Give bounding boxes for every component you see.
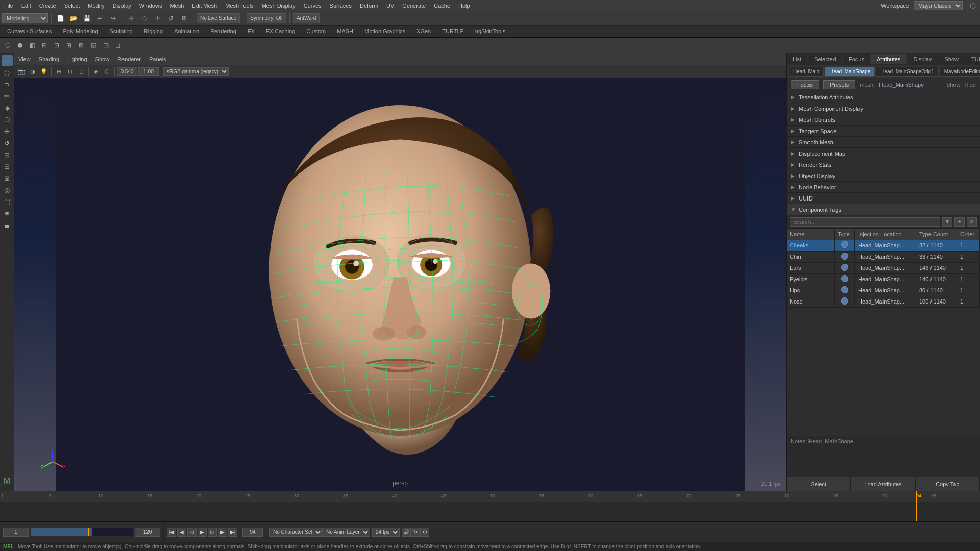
menu-edit-mesh[interactable]: Edit Mesh [192,3,217,9]
tab-selected[interactable]: Selected [808,54,843,64]
vp-menu-lighting[interactable]: Lighting [67,56,87,62]
section-tessellation[interactable]: ▶ Tessellation Attributes [787,92,980,103]
node-tab-maya-editor[interactable]: MayaNodeEditorSav... [940,67,980,77]
poly-btn[interactable]: ⬡ [2,114,13,125]
menu-file[interactable]: File [4,3,13,9]
remove-tag-btn[interactable]: ✕ [967,217,977,227]
table-row[interactable]: Lips Head_MainShap... 80 / 1140 1 [787,285,980,296]
toolbar-icon-9[interactable]: ◲ [100,40,111,51]
menu-display[interactable]: Display [113,3,131,9]
next-frame-btn[interactable]: ▶ [218,528,227,537]
transform-tool-btn[interactable]: ⊟ [2,161,13,172]
range-end-input[interactable] [135,528,160,537]
tab-ngskin[interactable]: ngSkinTools [470,27,510,37]
show-button[interactable]: Show [946,82,961,88]
tab-turtle[interactable]: TURTLE [965,54,980,64]
section-uuid[interactable]: ▶ UUID [787,193,980,204]
vp-grid-btn[interactable]: ⊞ [54,67,64,76]
workspace-select[interactable]: Maya Classic [914,1,963,10]
menu-help[interactable]: Help [458,3,470,9]
live-surface-btn[interactable]: No Live Surface [197,13,240,23]
menu-select[interactable]: Select [64,3,80,9]
far-clip-input[interactable] [138,67,159,76]
play-btn[interactable]: ▶ [198,528,207,537]
vp-wire-btn[interactable]: ⊡ [65,67,75,76]
menu-edit[interactable]: Edit [21,3,31,9]
save-scene-btn[interactable]: 💾 [81,13,92,24]
toolbar-icon-1[interactable]: ⬡ [2,40,13,51]
vp-xray-btn[interactable]: ⬡ [102,67,112,76]
3d-canvas[interactable]: persp 21.1 fps X Z Y [14,78,786,491]
mode-select[interactable]: Modeling [2,13,48,23]
near-clip-input[interactable] [117,67,137,76]
render-btn[interactable]: AntWard [293,13,320,23]
tab-sculpting[interactable]: Sculpting [105,27,138,37]
filter-btn[interactable]: ▼ [942,217,952,227]
toolbar-icon-10[interactable]: ◻ [112,40,124,51]
loop-btn[interactable]: ↻ [411,528,420,537]
section-smooth-mesh[interactable]: ▶ Smooth Mesh [787,137,980,148]
redo-btn[interactable]: ↪ [108,13,119,24]
prev-frame-btn[interactable]: ◀ [177,528,186,537]
symmetry-btn[interactable]: Symmetry: Off [247,13,286,23]
menu-surfaces[interactable]: Surfaces [330,3,352,9]
section-displacement[interactable]: ▶ Displacement Map [787,148,980,159]
tab-animation[interactable]: Animation [169,27,204,37]
section-object-display[interactable]: ▶ Object Display [787,170,980,182]
toolbar-icon-5[interactable]: ⊡ [51,40,62,51]
tab-curves[interactable]: Curves / Surfaces [2,27,57,37]
menu-generate[interactable]: Generate [402,3,426,9]
select-btn[interactable]: ⊹ [126,13,137,24]
scale-tool-btn[interactable]: ⊞ [2,149,13,160]
vp-menu-shading[interactable]: Shading [39,56,59,62]
tab-motion[interactable]: Motion Graphics [359,27,410,37]
tab-turtle[interactable]: TURTLE [437,27,469,37]
tab-attributes[interactable]: Attributes [871,54,907,64]
section-node-behavior[interactable]: ▶ Node Behavior [787,182,980,193]
vp-smooth-btn[interactable]: ◻ [76,67,86,76]
select-button[interactable]: Select [787,477,851,491]
tab-show[interactable]: Show [938,54,965,64]
toolbar-icon-8[interactable]: ◱ [88,40,99,51]
rotate-tool-btn[interactable]: ↺ [2,137,13,148]
anim-range[interactable] [31,528,133,536]
select-tool-btn[interactable]: ⊹ [2,55,13,66]
table-row[interactable]: Eyelids Head_MainShap... 140 / 1140 1 [787,273,980,285]
prev-key-btn[interactable]: ◁ [187,528,197,537]
table-row[interactable]: Nose Head_MainShap... 100 / 1140 1 [787,296,980,307]
focus-button[interactable]: Focus [791,80,819,89]
vp-shader-btn[interactable]: ◑ [28,67,38,76]
vp-menu-renderer[interactable]: Renderer [117,56,141,62]
add-tag-btn[interactable]: + [954,217,965,227]
tab-rendering[interactable]: Rendering [205,27,241,37]
move-tool-btn[interactable]: ✛ [2,126,13,137]
node-tab-head-orig[interactable]: Head_MainShapeOrig1 [876,67,939,77]
color-space-select[interactable]: sRGB gamma (legacy) [163,67,229,76]
toolbar-icon-3[interactable]: ◧ [27,40,38,51]
paint-select-btn[interactable]: ◌ [2,67,13,78]
tab-list[interactable]: List [787,54,808,64]
menu2-btn[interactable]: ≡ [2,208,13,219]
section-mesh-component[interactable]: ▶ Mesh Component Display [787,103,980,114]
comp-tags-search[interactable] [790,217,940,227]
table-row[interactable]: Cheeks Head_MainShap... 32 / 1140 1 [787,240,980,251]
presets-button[interactable]: Presets [823,80,855,89]
vp-menu-show[interactable]: Show [95,56,110,62]
lasso-btn[interactable]: ⊃ [2,79,13,90]
vp-menu-panels[interactable]: Panels [149,56,166,62]
attributes-scroll[interactable]: ▶ Tessellation Attributes ▶ Mesh Compone… [787,92,980,436]
menu-uv[interactable]: UV [386,3,394,9]
section-render-stats[interactable]: ▶ Render Stats [787,159,980,170]
next-key-btn[interactable]: ▷ [208,528,217,537]
toolbar-icon-7[interactable]: ⊠ [76,40,87,51]
timeline-ruler[interactable]: 1 5 10 15 20 25 30 35 40 45 50 55 60 65 … [0,491,980,502]
camera-btn[interactable]: ◈ [2,102,13,113]
tab-custom[interactable]: Custom [301,27,331,37]
fps-select[interactable]: 24 fps [372,528,400,537]
menu-create[interactable]: Create [39,3,56,9]
section-mesh-controls[interactable]: ▶ Mesh Controls [787,114,980,126]
vp-menu-view[interactable]: View [18,56,31,62]
menu-curves[interactable]: Curves [304,3,322,9]
snap-btn[interactable]: ⊠ [2,172,13,184]
range-start-input[interactable] [3,528,29,537]
